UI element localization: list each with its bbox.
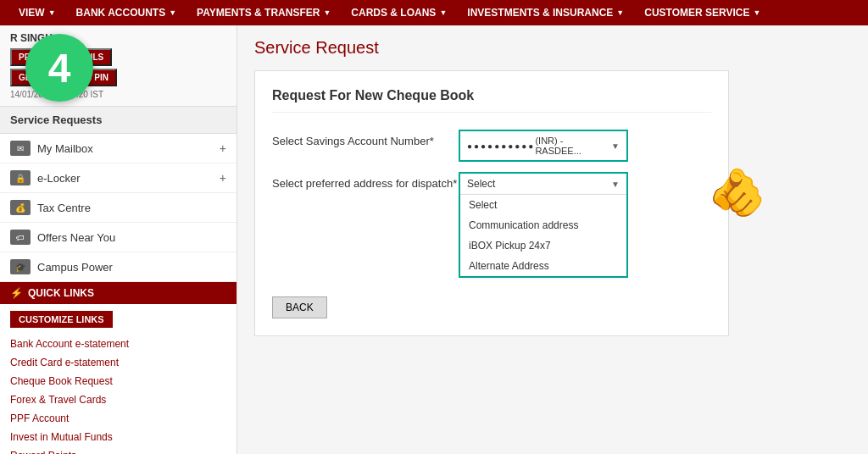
nav-item-view[interactable]: VIEW ▼ xyxy=(8,0,66,25)
quick-link-cheque[interactable]: Cheque Book Request xyxy=(0,372,236,390)
option-communication[interactable]: Communication address xyxy=(460,215,626,235)
service-requests-title: Service Requests xyxy=(0,107,236,134)
nav-item-bank-accounts[interactable]: BANK ACCOUNTS ▼ xyxy=(66,0,186,25)
quick-link-reward[interactable]: Reward Points xyxy=(0,446,236,454)
quick-link-ppf[interactable]: PPF Account xyxy=(0,409,236,428)
step-indicator: 4 xyxy=(25,34,93,102)
sidebar-item-offers[interactable]: 🏷 Offers Near You xyxy=(0,223,236,252)
nav-item-customer-service[interactable]: CUSTOMER SERVICE ▼ xyxy=(634,0,771,25)
nav-item-payments[interactable]: PAYMENTS & TRANSFER ▼ xyxy=(186,0,341,25)
address-row: Select preferred address for dispatch* S… xyxy=(272,172,711,278)
page-title: Service Request xyxy=(254,38,851,58)
top-nav: VIEW ▼ BANK ACCOUNTS ▼ PAYMENTS & TRANSF… xyxy=(0,0,868,25)
sidebar-item-mailbox[interactable]: ✉ My Mailbox + xyxy=(0,134,236,163)
address-dropdown-arrow: ▼ xyxy=(611,180,620,189)
quick-link-forex[interactable]: Forex & Travel Cards xyxy=(0,390,236,409)
address-select-wrapper: Select ▼ Select Communication address iB… xyxy=(459,172,628,278)
hand-pointer-icon: 🫵 xyxy=(708,165,766,220)
account-value: (INR) - RASDEE... xyxy=(535,136,611,156)
account-dropdown-arrow: ▼ xyxy=(611,141,620,151)
form-title: Request For New Cheque Book xyxy=(272,88,711,113)
nav-item-investments[interactable]: INVESTMENTS & INSURANCE ▼ xyxy=(457,0,634,25)
address-options-list: Select Communication address iBOX Pickup… xyxy=(460,194,626,276)
nav-arrow-cards: ▼ xyxy=(439,8,447,17)
option-alternate[interactable]: Alternate Address xyxy=(460,256,626,276)
quick-links-header: QUICK LINKS xyxy=(0,282,236,304)
option-ibox[interactable]: iBOX Pickup 24x7 xyxy=(460,235,626,256)
plus-icon-elocker: + xyxy=(220,171,226,185)
sidebar-item-elocker[interactable]: 🔒 e-Locker + xyxy=(0,163,236,193)
elocker-icon: 🔒 xyxy=(10,170,31,185)
form-card: Request For New Cheque Book Select Savin… xyxy=(254,70,729,336)
account-number-label: Select Savings Account Number* xyxy=(272,130,459,147)
main-content: Service Request Request For New Cheque B… xyxy=(237,25,868,454)
account-control-wrap: ●●●●●●●●●● (INR) - RASDEE... ▼ xyxy=(459,130,711,162)
mailbox-icon: ✉ xyxy=(10,141,31,156)
address-select-value: Select xyxy=(467,178,495,190)
back-button[interactable]: BACK xyxy=(272,296,327,318)
tax-icon: 💰 xyxy=(10,200,31,215)
address-select-header[interactable]: Select ▼ xyxy=(460,174,626,194)
nav-arrow-payments: ▼ xyxy=(323,8,331,17)
address-label: Select preferred address for dispatch* xyxy=(272,172,459,190)
account-number-row: Select Savings Account Number* ●●●●●●●●●… xyxy=(272,130,711,162)
sidebar-item-campus-power[interactable]: 🎓 Campus Power xyxy=(0,252,236,282)
campus-icon: 🎓 xyxy=(10,259,31,274)
nav-arrow-investments: ▼ xyxy=(616,8,624,17)
quick-link-cc-estate[interactable]: Credit Card e-statement xyxy=(0,353,236,372)
nav-arrow-bank: ▼ xyxy=(169,8,176,17)
sidebar-item-tax-centre[interactable]: 💰 Tax Centre xyxy=(0,193,236,223)
plus-icon-mailbox: + xyxy=(220,141,226,155)
account-dots: ●●●●●●●●●● xyxy=(467,141,535,151)
offers-icon: 🏷 xyxy=(10,230,31,245)
nav-arrow-cs: ▼ xyxy=(753,8,760,17)
address-control-wrap: Select ▼ Select Communication address iB… xyxy=(459,172,711,278)
nav-arrow-view: ▼ xyxy=(48,8,56,17)
customize-links-button[interactable]: CUSTOMIZE LINKS xyxy=(10,311,113,328)
nav-item-cards[interactable]: CARDS & LOANS ▼ xyxy=(341,0,457,25)
option-select[interactable]: Select xyxy=(460,195,626,215)
quick-link-bank-estate[interactable]: Bank Account e-statement xyxy=(0,335,236,353)
account-select-box[interactable]: ●●●●●●●●●● (INR) - RASDEE... ▼ xyxy=(459,130,628,162)
quick-link-mutual-funds[interactable]: Invest in Mutual Funds xyxy=(0,428,236,446)
